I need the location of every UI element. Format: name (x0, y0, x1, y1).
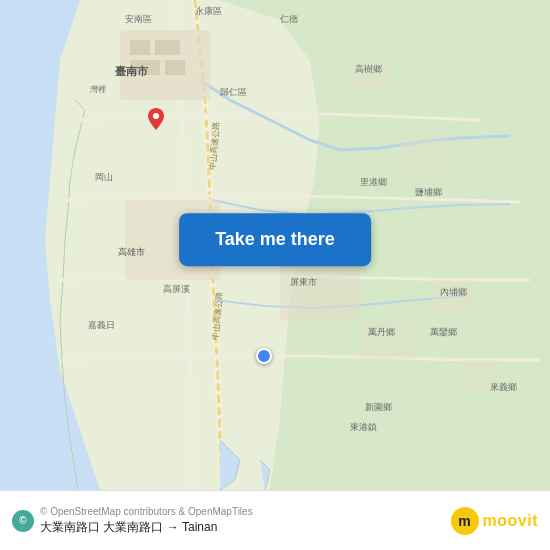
svg-text:萬丹鄉: 萬丹鄉 (368, 327, 395, 337)
route-from: 大業南路口 大業南路口 (40, 520, 163, 534)
route-arrow: → (167, 520, 179, 534)
svg-text:屏東市: 屏東市 (290, 277, 317, 287)
svg-text:歸仁區: 歸仁區 (220, 87, 247, 97)
svg-text:里港鄉: 里港鄉 (360, 177, 387, 187)
destination-dot (256, 348, 272, 364)
svg-rect-2 (130, 40, 150, 55)
moovit-brand: m moovit (451, 507, 538, 535)
svg-rect-11 (430, 280, 475, 315)
svg-text:新園鄉: 新園鄉 (365, 402, 392, 412)
svg-rect-10 (360, 320, 415, 360)
moovit-brand-name: moovit (483, 512, 538, 530)
svg-text:岡山: 岡山 (95, 172, 113, 182)
bottom-bar: © © OpenStreetMap contributors & OpenMap… (0, 490, 550, 550)
svg-text:鹽埔鄉: 鹽埔鄉 (415, 187, 442, 197)
svg-rect-9 (400, 140, 450, 175)
copyright-text: © OpenStreetMap contributors & OpenMapTi… (40, 505, 445, 519)
route-to: Tainan (182, 520, 217, 534)
svg-text:高雄市: 高雄市 (118, 247, 145, 257)
svg-text:安南區: 安南區 (125, 14, 152, 24)
moovit-logo: m (451, 507, 479, 535)
svg-rect-5 (165, 60, 185, 75)
svg-text:內埔鄉: 內埔鄉 (440, 287, 467, 297)
svg-text:仁德: 仁德 (280, 14, 298, 24)
svg-rect-7 (280, 260, 360, 320)
take-me-there-button[interactable]: Take me there (179, 213, 371, 266)
bottom-bar-text: © OpenStreetMap contributors & OpenMapTi… (40, 505, 445, 536)
map-container: 安南區 永康區 仁德 灣裡 高樹鄉 里港鄉 鹽埔鄉 屏東市 萬丹鄉 萬鑾鄉 新園… (0, 0, 550, 490)
svg-text:永康區: 永康區 (195, 6, 222, 16)
openstreetmap-icon: © (12, 510, 34, 532)
svg-rect-3 (155, 40, 180, 55)
route-text: 大業南路口 大業南路口 → Tainan (40, 519, 445, 536)
svg-text:臺南市: 臺南市 (115, 65, 149, 77)
svg-text:灣裡: 灣裡 (90, 85, 106, 94)
svg-text:嘉義日: 嘉義日 (88, 320, 115, 330)
svg-text:高屏溪: 高屏溪 (163, 284, 190, 294)
origin-pin (148, 108, 164, 128)
svg-text:萬鑾鄉: 萬鑾鄉 (430, 327, 457, 337)
svg-text:高樹鄉: 高樹鄉 (355, 64, 382, 74)
svg-text:東港鎮: 東港鎮 (350, 422, 377, 432)
svg-point-35 (153, 113, 159, 119)
take-me-there-overlay: Take me there (179, 213, 371, 266)
svg-text:來義鄉: 來義鄉 (490, 382, 517, 392)
